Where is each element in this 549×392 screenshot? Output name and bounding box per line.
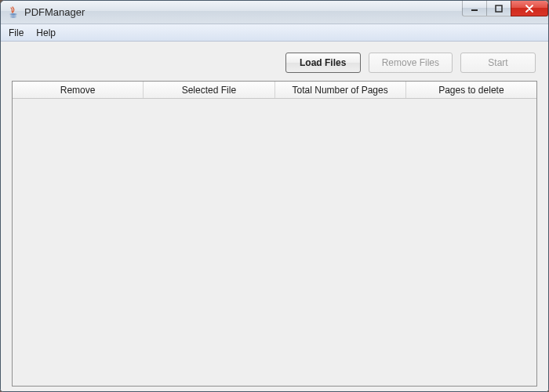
column-pages-to-delete[interactable]: Pages to delete xyxy=(406,82,536,98)
table-header: Remove Selected File Total Number of Pag… xyxy=(13,82,536,99)
window-title: PDFManager xyxy=(24,6,85,18)
minimize-button[interactable] xyxy=(462,1,487,16)
menu-help[interactable]: Help xyxy=(30,24,62,41)
close-button[interactable] xyxy=(511,1,548,16)
column-remove[interactable]: Remove xyxy=(13,82,144,98)
files-table: Remove Selected File Total Number of Pag… xyxy=(12,81,537,387)
svg-rect-0 xyxy=(471,9,478,11)
menu-bar: File Help xyxy=(1,24,548,42)
svg-rect-1 xyxy=(496,5,502,12)
load-files-button[interactable]: Load Files xyxy=(285,53,361,73)
maximize-button[interactable] xyxy=(486,1,511,16)
java-app-icon xyxy=(7,6,20,19)
table-body xyxy=(13,99,536,386)
content-area: Load Files Remove Files Start Remove Sel… xyxy=(1,42,548,391)
column-selected-file[interactable]: Selected File xyxy=(144,82,274,98)
column-total-pages[interactable]: Total Number of Pages xyxy=(275,82,406,98)
start-button[interactable]: Start xyxy=(460,53,536,73)
action-toolbar: Load Files Remove Files Start xyxy=(12,49,537,81)
remove-files-button[interactable]: Remove Files xyxy=(369,53,453,73)
menu-file[interactable]: File xyxy=(2,24,30,41)
window-controls xyxy=(463,1,548,16)
app-window: PDFManager File Help Load Files Remove F… xyxy=(0,0,549,392)
title-bar[interactable]: PDFManager xyxy=(1,1,548,24)
